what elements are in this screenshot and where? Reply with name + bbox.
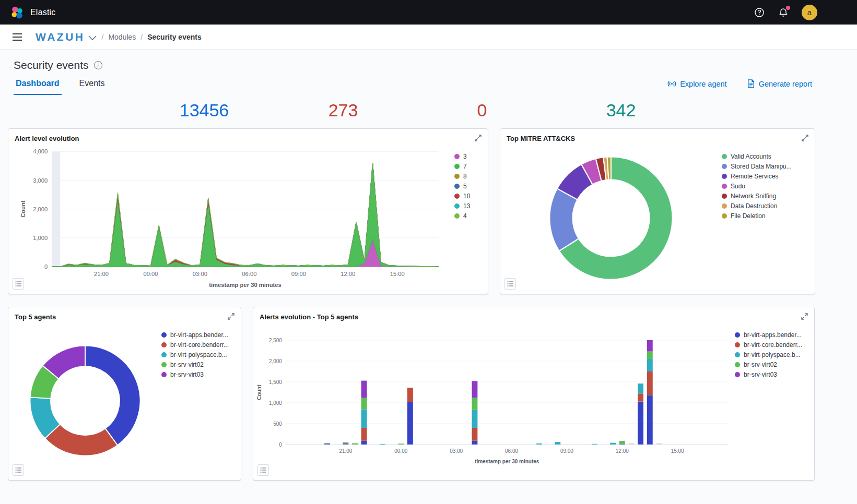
legend-label: 7 xyxy=(463,163,467,170)
legend-item[interactable]: 10 xyxy=(454,193,484,200)
legend-item[interactable]: br-srv-virt02 xyxy=(161,361,237,368)
legend-item[interactable]: Stored Data Manipu... xyxy=(722,163,811,170)
legend-swatch-icon xyxy=(454,213,460,219)
legend-item[interactable]: br-srv-virt03 xyxy=(735,371,810,378)
legend-list-icon[interactable] xyxy=(13,464,24,476)
legend-label: File Deletion xyxy=(731,212,766,220)
legend-item[interactable]: 13 xyxy=(454,202,484,210)
chart-legend: Valid AccountsStored Data Manipu...Remot… xyxy=(722,144,815,292)
panel-title: Alert level evolution xyxy=(15,135,79,142)
svg-text:15:00: 15:00 xyxy=(390,271,405,277)
legend-swatch-icon xyxy=(454,203,460,209)
legend-swatch-icon xyxy=(722,194,727,199)
donut-chart[interactable] xyxy=(8,322,161,478)
svg-text:4,000: 4,000 xyxy=(33,148,48,154)
expand-icon[interactable] xyxy=(473,133,483,142)
svg-text:Count: Count xyxy=(256,385,262,400)
legend-item[interactable]: 8 xyxy=(454,173,484,180)
legend-label: br-virt-polyspace.b... xyxy=(744,351,801,358)
legend-item[interactable]: 3 xyxy=(454,153,484,160)
svg-text:00:00: 00:00 xyxy=(143,271,158,277)
breadcrumb-separator: / xyxy=(102,33,104,41)
chart-legend: 378510134 xyxy=(454,144,488,292)
svg-text:21:00: 21:00 xyxy=(94,271,109,277)
tab-events[interactable]: Events xyxy=(77,73,107,95)
legend-label: 4 xyxy=(463,212,467,220)
metrics-row: 13456 273 0 342 xyxy=(0,95,857,125)
page-header: Security events i xyxy=(0,50,857,73)
legend-item[interactable]: br-virt-polyspace.b... xyxy=(161,351,237,358)
legend-label: Stored Data Manipu... xyxy=(731,163,792,170)
chevron-down-icon[interactable] xyxy=(88,33,97,43)
info-icon[interactable]: i xyxy=(94,61,102,69)
svg-text:1,000: 1,000 xyxy=(269,400,282,406)
elastic-logo[interactable] xyxy=(10,6,24,19)
legend-swatch-icon xyxy=(735,342,740,347)
svg-text:0: 0 xyxy=(279,442,282,448)
svg-text:500: 500 xyxy=(273,421,282,427)
legend-label: 5 xyxy=(463,183,467,190)
donut-chart[interactable] xyxy=(500,144,722,292)
legend-item[interactable]: br-srv-virt02 xyxy=(735,361,810,368)
breadcrumb-current: Security events xyxy=(147,33,202,41)
expand-icon[interactable] xyxy=(226,311,236,321)
legend-item[interactable]: 5 xyxy=(454,183,484,190)
legend-item[interactable]: Data Destruction xyxy=(722,202,811,210)
alerts-bell-icon[interactable] xyxy=(778,7,789,18)
legend-list-icon[interactable] xyxy=(257,464,269,476)
legend-item[interactable]: br-srv-virt03 xyxy=(161,371,237,378)
tab-dashboard[interactable]: Dashboard xyxy=(14,73,62,95)
svg-text:timestamp per 30 minutes: timestamp per 30 minutes xyxy=(209,282,281,288)
legend-item[interactable]: 4 xyxy=(454,212,484,220)
help-icon[interactable] xyxy=(754,7,765,18)
app-navbar: WAZUH / Modules / Security events xyxy=(0,25,857,50)
legend-swatch-icon xyxy=(722,203,727,209)
legend-item[interactable]: br-virt-polyspace.b... xyxy=(735,351,810,358)
legend-item[interactable]: Network Sniffing xyxy=(722,193,811,200)
panel-top-5-agents: Top 5 agents br-virt-apps.bender...br-vi… xyxy=(8,307,241,481)
legend-item[interactable]: br-virt-apps.bender... xyxy=(735,331,810,339)
chart-legend: br-virt-apps.bender...br-virt-core.bende… xyxy=(161,322,241,478)
dashboard-content: Alert level evolution 01,0002,0003,0004,… xyxy=(0,125,857,481)
legend-label: 13 xyxy=(463,202,470,210)
svg-text:1,000: 1,000 xyxy=(33,235,48,241)
legend-list-icon[interactable] xyxy=(504,278,516,290)
breadcrumb-modules[interactable]: Modules xyxy=(108,33,136,41)
menu-icon[interactable] xyxy=(8,28,26,46)
legend-swatch-icon xyxy=(722,213,727,219)
svg-text:09:00: 09:00 xyxy=(291,271,306,277)
legend-label: Sudo xyxy=(731,183,745,190)
legend-item[interactable]: Valid Accounts xyxy=(722,153,811,160)
breadcrumb-separator: / xyxy=(140,33,143,41)
legend-item[interactable]: br-virt-apps.bender... xyxy=(161,331,237,339)
legend-item[interactable]: File Deletion xyxy=(722,212,811,220)
notification-badge xyxy=(786,6,790,10)
legend-item[interactable]: Remote Services xyxy=(722,173,811,180)
tabs-bar: Dashboard Events Explore agent xyxy=(0,73,857,95)
expand-icon[interactable] xyxy=(800,133,809,142)
explore-agent-button[interactable]: Explore agent xyxy=(667,79,726,88)
svg-text:Count: Count xyxy=(20,200,26,218)
generate-report-button[interactable]: Generate report xyxy=(747,79,812,88)
legend-label: Remote Services xyxy=(731,173,778,180)
metric-level-12: 273 xyxy=(274,100,413,121)
expand-icon[interactable] xyxy=(800,311,809,321)
legend-item[interactable]: Sudo xyxy=(722,183,811,190)
panel-alerts-evolution-top-5-agents: Alerts evolution - Top 5 agents 05001,00… xyxy=(253,307,815,481)
area-chart[interactable]: 01,0002,0003,0004,00021:0000:0003:0006:0… xyxy=(8,144,454,292)
legend-item[interactable]: br-virt-core.benderr... xyxy=(161,341,237,349)
panel-title: Top 5 agents xyxy=(15,313,56,321)
user-avatar[interactable]: a xyxy=(802,5,817,20)
svg-text:12:00: 12:00 xyxy=(341,271,355,277)
legend-list-icon[interactable] xyxy=(13,278,24,290)
metric-auth-failure: 0 xyxy=(413,100,551,121)
legend-item[interactable]: 7 xyxy=(454,163,484,170)
legend-swatch-icon xyxy=(161,332,167,338)
page-title: Security events xyxy=(14,59,89,71)
legend-item[interactable]: br-virt-core.benderr... xyxy=(735,341,810,349)
wazuh-logo[interactable]: WAZUH xyxy=(36,31,85,43)
stacked-bar-chart[interactable]: 05001,0001,5002,0002,50021:0000:0003:000… xyxy=(253,322,735,478)
metric-auth-success: 342 xyxy=(551,100,690,121)
elastic-header: Elastic a xyxy=(0,0,857,25)
svg-text:2,000: 2,000 xyxy=(269,358,282,364)
